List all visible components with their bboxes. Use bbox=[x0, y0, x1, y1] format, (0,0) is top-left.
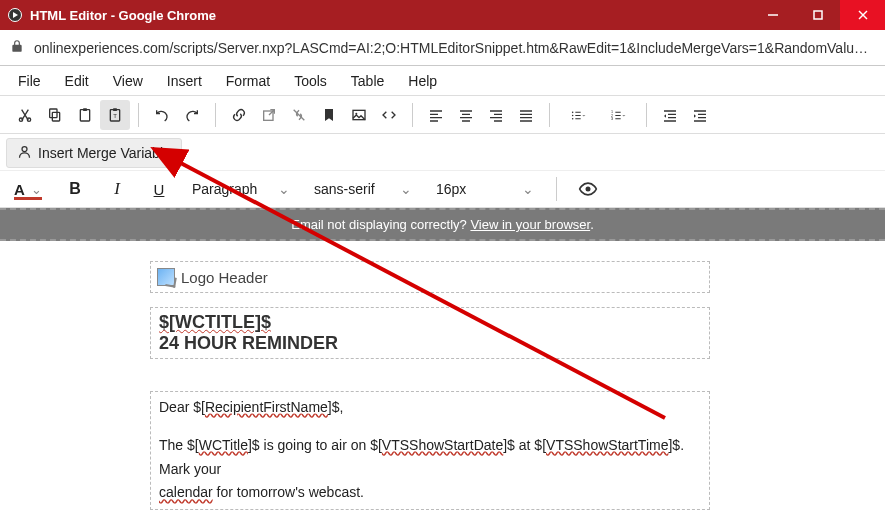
svg-point-18 bbox=[572, 117, 574, 119]
banner-prefix: Email not displaying correctly? bbox=[291, 217, 470, 232]
body-2a: calendar bbox=[159, 484, 213, 500]
open-link-button[interactable] bbox=[254, 100, 284, 130]
underline-button[interactable]: U bbox=[144, 174, 174, 204]
font-size-value: 16px bbox=[436, 181, 466, 197]
window-minimize-button[interactable] bbox=[750, 0, 795, 30]
font-family-value: sans-serif bbox=[314, 181, 375, 197]
subtitle-text: 24 HOUR REMINDER bbox=[159, 333, 701, 354]
svg-rect-6 bbox=[52, 112, 59, 121]
body-line-1: The $[WCTitle]$ is going to air on $[VTS… bbox=[159, 434, 701, 482]
align-justify-button[interactable] bbox=[511, 100, 541, 130]
person-icon bbox=[17, 144, 32, 162]
svg-text:3: 3 bbox=[611, 116, 613, 120]
svg-point-17 bbox=[572, 114, 574, 116]
svg-point-5 bbox=[27, 118, 30, 121]
body-merge-3: VTSShowStartTime bbox=[546, 437, 668, 453]
code-button[interactable] bbox=[374, 100, 404, 130]
url-text[interactable]: onlinexperiences.com/scripts/Server.nxp?… bbox=[34, 40, 875, 56]
editor-canvas[interactable]: Email not displaying correctly? View in … bbox=[0, 208, 885, 513]
svg-point-4 bbox=[19, 118, 22, 121]
menu-insert[interactable]: Insert bbox=[157, 69, 212, 93]
svg-text:T: T bbox=[113, 113, 117, 119]
body-2b: for tomorrow's webcast. bbox=[213, 484, 364, 500]
font-color-swatch bbox=[14, 197, 42, 200]
app-icon bbox=[8, 8, 22, 22]
main-toolbar: T 123 bbox=[0, 96, 885, 134]
svg-rect-7 bbox=[50, 109, 57, 118]
greeting-merge: RecipientFirstName bbox=[205, 399, 328, 415]
align-center-button[interactable] bbox=[451, 100, 481, 130]
greeting-post: ]$, bbox=[328, 399, 344, 415]
chevron-down-icon: ⌄ bbox=[31, 182, 42, 197]
format-toolbar: A ⌄ B I U Paragraph ⌄ sans-serif ⌄ 16px … bbox=[0, 170, 885, 208]
outdent-button[interactable] bbox=[655, 100, 685, 130]
block-format-dropdown[interactable]: Paragraph ⌄ bbox=[186, 177, 296, 201]
svg-rect-11 bbox=[113, 108, 117, 111]
paste-text-button[interactable]: T bbox=[100, 100, 130, 130]
numbered-list-button[interactable]: 123 bbox=[598, 100, 638, 130]
body-merge-2: VTSShowStartDate bbox=[382, 437, 503, 453]
indent-button[interactable] bbox=[685, 100, 715, 130]
svg-rect-1 bbox=[814, 11, 822, 19]
body-block[interactable]: Dear $[RecipientFirstName]$, The $[WCTit… bbox=[150, 391, 710, 510]
menu-bar: File Edit View Insert Format Tools Table… bbox=[0, 66, 885, 96]
image-button[interactable] bbox=[344, 100, 374, 130]
lock-icon bbox=[10, 39, 24, 56]
insert-merge-variable-button[interactable]: Insert Merge Variable bbox=[6, 138, 182, 168]
merge-button-label: Insert Merge Variable bbox=[38, 145, 171, 161]
italic-button[interactable]: I bbox=[102, 174, 132, 204]
email-body[interactable]: Logo Header $[WCTITLE]$ 24 HOUR REMINDER… bbox=[0, 241, 885, 510]
chevron-down-icon: ⌄ bbox=[278, 181, 290, 197]
svg-point-16 bbox=[572, 111, 574, 113]
preview-button[interactable] bbox=[573, 174, 603, 204]
unlink-button[interactable] bbox=[284, 100, 314, 130]
svg-rect-9 bbox=[83, 108, 87, 111]
menu-view[interactable]: View bbox=[103, 69, 153, 93]
banner-suffix: . bbox=[590, 217, 594, 232]
font-size-dropdown[interactable]: 16px ⌄ bbox=[430, 177, 540, 201]
window-maximize-button[interactable] bbox=[795, 0, 840, 30]
svg-point-23 bbox=[586, 187, 591, 192]
align-left-button[interactable] bbox=[421, 100, 451, 130]
menu-format[interactable]: Format bbox=[216, 69, 280, 93]
greeting-line: Dear $[RecipientFirstName]$, bbox=[159, 396, 701, 420]
title-block[interactable]: $[WCTITLE]$ 24 HOUR REMINDER bbox=[150, 307, 710, 359]
title-merge-var: $[WCTITLE]$ bbox=[159, 312, 271, 332]
svg-point-22 bbox=[22, 147, 27, 152]
greeting-pre: Dear $[ bbox=[159, 399, 205, 415]
menu-table[interactable]: Table bbox=[341, 69, 394, 93]
block-format-value: Paragraph bbox=[192, 181, 257, 197]
body-1b: ]$ is going to air on $[ bbox=[248, 437, 382, 453]
email-banner: Email not displaying correctly? View in … bbox=[0, 208, 885, 241]
svg-rect-8 bbox=[80, 109, 89, 120]
align-right-button[interactable] bbox=[481, 100, 511, 130]
font-family-dropdown[interactable]: sans-serif ⌄ bbox=[308, 177, 418, 201]
undo-button[interactable] bbox=[147, 100, 177, 130]
broken-image-icon bbox=[157, 268, 175, 286]
chevron-down-icon: ⌄ bbox=[400, 181, 412, 197]
body-line-2: calendar for tomorrow's webcast. bbox=[159, 481, 701, 505]
menu-tools[interactable]: Tools bbox=[284, 69, 337, 93]
banner-link[interactable]: View in your browser bbox=[470, 217, 590, 232]
window-close-button[interactable] bbox=[840, 0, 885, 30]
bullet-list-button[interactable] bbox=[558, 100, 598, 130]
redo-button[interactable] bbox=[177, 100, 207, 130]
body-merge-1: WCTitle bbox=[199, 437, 248, 453]
menu-file[interactable]: File bbox=[8, 69, 51, 93]
logo-placeholder[interactable]: Logo Header bbox=[150, 261, 710, 293]
bold-button[interactable]: B bbox=[60, 174, 90, 204]
link-button[interactable] bbox=[224, 100, 254, 130]
copy-button[interactable] bbox=[40, 100, 70, 130]
window-title: HTML Editor - Google Chrome bbox=[30, 8, 750, 23]
font-color-button[interactable]: A ⌄ bbox=[8, 174, 48, 204]
bookmark-button[interactable] bbox=[314, 100, 344, 130]
body-1c: ]$ at $[ bbox=[503, 437, 546, 453]
url-bar: onlinexperiences.com/scripts/Server.nxp?… bbox=[0, 30, 885, 66]
cut-button[interactable] bbox=[10, 100, 40, 130]
menu-edit[interactable]: Edit bbox=[55, 69, 99, 93]
menu-help[interactable]: Help bbox=[398, 69, 447, 93]
merge-toolbar: Insert Merge Variable bbox=[0, 134, 885, 170]
chevron-down-icon: ⌄ bbox=[522, 181, 534, 197]
window-titlebar: HTML Editor - Google Chrome bbox=[0, 0, 885, 30]
paste-button[interactable] bbox=[70, 100, 100, 130]
